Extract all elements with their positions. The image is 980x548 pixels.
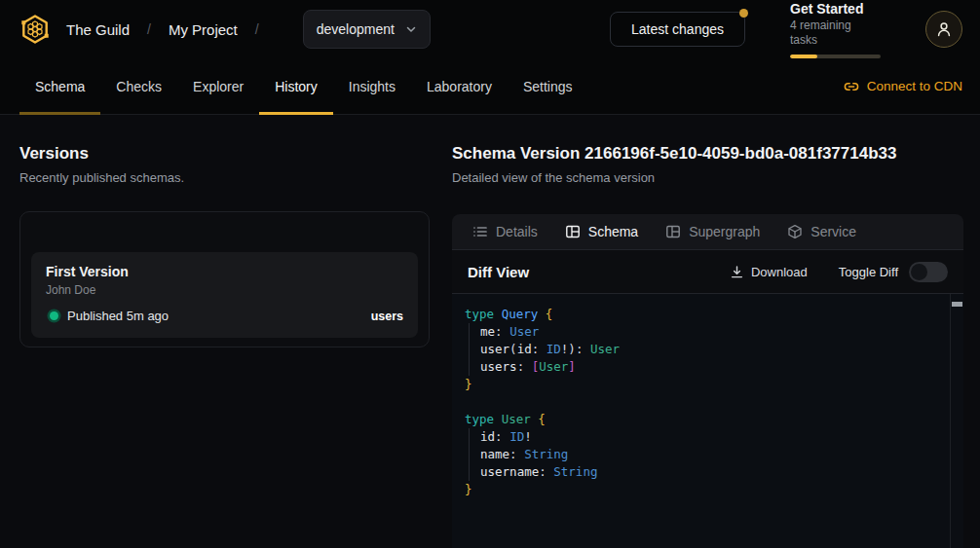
target-select-value: development	[317, 21, 395, 37]
detail-tab-supergraph[interactable]: Supergraph	[652, 214, 773, 249]
tab-label: Laboratory	[427, 79, 492, 94]
tab-insights[interactable]: Insights	[333, 58, 411, 114]
tab-checks[interactable]: Checks	[100, 58, 177, 114]
version-detail-title: Schema Version 2166196f-5e10-4059-bd0a-0…	[452, 144, 963, 164]
code-line: username: String	[465, 463, 936, 481]
published-status-dot	[50, 311, 58, 320]
diff-view-controls: Download Toggle Diff	[730, 262, 948, 282]
tab-label: Settings	[523, 79, 573, 94]
version-detail-panel: Schema Version 2166196f-5e10-4059-bd0a-0…	[452, 144, 980, 548]
schema-code-viewer: type Query {me: Useruser(id: ID!): Useru…	[452, 294, 963, 548]
get-started-subtitle: 4 remaining tasks	[790, 18, 881, 48]
user-avatar-button[interactable]	[925, 11, 962, 48]
versions-list-card: First Version John Doe Published 5m ago …	[19, 211, 430, 347]
code-line	[465, 393, 936, 411]
detail-tab-service[interactable]: Service	[773, 214, 870, 249]
download-label: Download	[751, 265, 808, 279]
diff-view-title: Diff View	[468, 264, 529, 280]
code-scrollbar[interactable]	[950, 294, 963, 548]
target-select[interactable]: development	[303, 10, 431, 49]
tab-underline	[508, 112, 588, 115]
detail-tab-label: Details	[496, 224, 538, 239]
detail-tab-label: Supergraph	[689, 224, 760, 239]
diff-view-header: Diff View Download Toggle Diff	[452, 250, 963, 294]
tab-underline	[19, 112, 100, 115]
versions-panel: Versions Recently published schemas. Fir…	[0, 144, 452, 548]
code-line: users: [User]	[465, 358, 936, 376]
version-author: John Doe	[46, 283, 403, 298]
version-name: First Version	[46, 264, 403, 280]
tab-underline	[259, 112, 333, 115]
panels-icon	[565, 224, 581, 239]
code-line: type Query {	[465, 306, 936, 323]
app-header: The Guild / My Project / development Lat…	[0, 0, 980, 58]
tab-schema[interactable]: Schema	[19, 58, 100, 114]
detail-tab-label: Service	[810, 224, 856, 239]
code-line: user(id: ID!): User	[465, 341, 936, 358]
tab-underline	[177, 112, 259, 115]
detail-tab-details[interactable]: Details	[459, 214, 551, 249]
tab-label: Insights	[349, 79, 396, 94]
toggle-diff-switch[interactable]	[909, 262, 948, 282]
download-icon	[730, 265, 744, 279]
code-line: }	[465, 376, 936, 393]
tab-underline	[333, 112, 411, 115]
tab-history[interactable]: History	[259, 58, 333, 114]
connect-to-cdn-link[interactable]: Connect to CDN	[844, 79, 962, 94]
detail-tab-label: Schema	[588, 224, 638, 239]
get-started-widget[interactable]: Get Started 4 remaining tasks	[790, 1, 881, 58]
version-detail-subtitle: Detailed view of the schema version	[452, 170, 963, 186]
target-nav-tabs: Schema Checks Explorer History Insights …	[0, 58, 980, 115]
tab-laboratory[interactable]: Laboratory	[411, 58, 508, 114]
tab-label: History	[275, 79, 318, 94]
list-icon	[472, 224, 488, 239]
panels-icon	[665, 224, 681, 239]
latest-changes-label: Latest changes	[631, 21, 724, 37]
detail-tab-schema[interactable]: Schema	[551, 214, 652, 249]
code-line: }	[465, 481, 936, 498]
get-started-progress-fill	[790, 55, 817, 58]
tab-underline	[411, 112, 508, 115]
person-icon	[935, 20, 953, 38]
code-line: type User {	[465, 411, 936, 428]
project-breadcrumb-link[interactable]: My Project	[169, 21, 238, 38]
cube-icon	[787, 224, 803, 239]
toggle-diff-label: Toggle Diff	[839, 265, 898, 279]
versions-subtitle: Recently published schemas.	[19, 170, 430, 186]
main-content: Versions Recently published schemas. Fir…	[0, 115, 980, 548]
tab-label: Explorer	[193, 79, 244, 94]
detail-tabstrip: Details Schema	[452, 214, 963, 250]
code-line: id: ID!	[465, 428, 936, 446]
hive-logo-icon[interactable]	[19, 14, 51, 45]
breadcrumb-separator: /	[147, 21, 151, 37]
get-started-progressbar	[790, 55, 881, 58]
chevron-down-icon	[405, 23, 417, 35]
version-list-item[interactable]: First Version John Doe Published 5m ago …	[31, 252, 418, 338]
version-meta-row: Published 5m ago users	[46, 309, 403, 323]
switch-knob	[911, 264, 927, 280]
versions-title: Versions	[19, 144, 430, 164]
tab-label: Schema	[35, 79, 85, 94]
tab-underline	[100, 112, 177, 115]
get-started-title: Get Started	[790, 1, 881, 18]
notification-dot	[739, 9, 748, 18]
code-line: me: User	[465, 323, 936, 341]
code-scrollbar-thumb[interactable]	[952, 302, 962, 307]
breadcrumb-separator: /	[255, 21, 259, 37]
code-line: name: String	[465, 446, 936, 463]
tab-settings[interactable]: Settings	[508, 58, 588, 114]
org-breadcrumb-link[interactable]: The Guild	[66, 21, 130, 38]
link-icon	[844, 79, 859, 94]
tab-explorer[interactable]: Explorer	[177, 58, 259, 114]
connect-to-cdn-label: Connect to CDN	[867, 79, 962, 93]
download-button[interactable]: Download	[730, 265, 808, 279]
tab-label: Checks	[116, 79, 162, 94]
version-detail-card: Details Schema	[452, 214, 963, 548]
schema-code-lines: type Query {me: Useruser(id: ID!): Useru…	[465, 306, 936, 498]
latest-changes-button[interactable]: Latest changes	[610, 12, 745, 47]
service-name-badge: users	[371, 310, 403, 323]
published-status-text: Published 5m ago	[67, 309, 169, 323]
